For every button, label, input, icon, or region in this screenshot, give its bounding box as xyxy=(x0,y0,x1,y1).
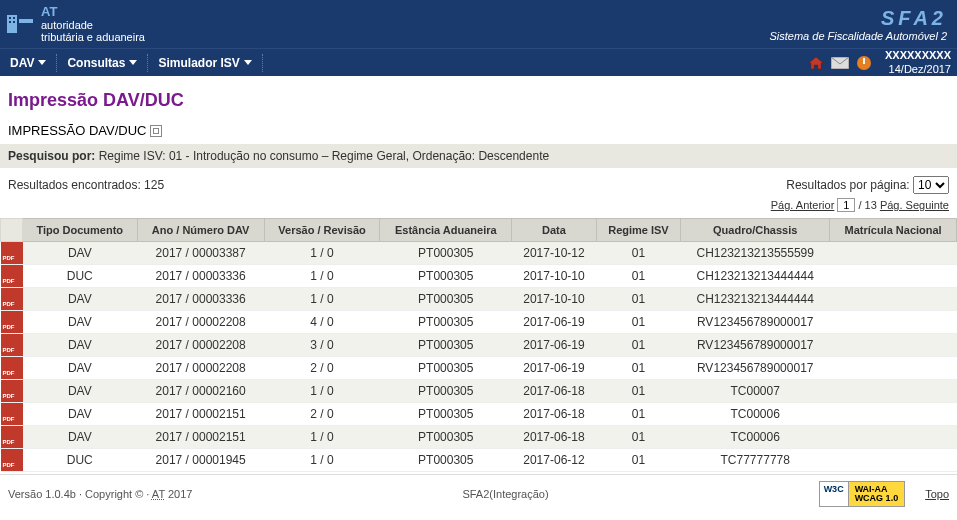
pagination: Pág. Anterior / 13 Pág. Seguinte xyxy=(0,196,957,218)
next-page-link[interactable]: Pág. Seguinte xyxy=(880,199,949,211)
results-table: Tipo Documento Ano / Número DAV Versão /… xyxy=(0,218,957,472)
menu-dav[interactable]: DAV xyxy=(0,49,56,76)
cell-ano: 2017 / 00001945 xyxy=(137,449,264,472)
pdf-icon[interactable]: PDF xyxy=(1,380,23,403)
col-matricula[interactable]: Matrícula Nacional xyxy=(830,219,957,242)
cell-tipo: DUC xyxy=(23,265,138,288)
svg-rect-1 xyxy=(9,17,11,19)
page-input[interactable] xyxy=(837,198,855,212)
user-info: XXXXXXXXX 14/Dez/2017 xyxy=(879,49,951,75)
pdf-icon[interactable]: PDF xyxy=(1,334,23,357)
cell-ano: 2017 / 00002208 xyxy=(137,334,264,357)
cell-regime: 01 xyxy=(596,334,681,357)
cell-chassis: CH123213213555599 xyxy=(681,242,830,265)
table-row: PDFDAV2017 / 000022083 / 0PT0003052017-0… xyxy=(1,334,957,357)
cell-matricula xyxy=(830,265,957,288)
table-row: PDFDAV2017 / 000022082 / 0PT0003052017-0… xyxy=(1,357,957,380)
col-data[interactable]: Data xyxy=(512,219,596,242)
results-per-page: Resultados por página: 10 xyxy=(786,176,949,194)
col-versao[interactable]: Versão / Revisão xyxy=(264,219,380,242)
svg-rect-0 xyxy=(7,15,17,33)
org-line2: tributária e aduaneira xyxy=(41,31,145,43)
cell-tipo: DAV xyxy=(23,403,138,426)
org-line1: autoridade xyxy=(41,19,145,31)
at-link[interactable]: AT xyxy=(152,488,165,500)
cell-ano: 2017 / 00003336 xyxy=(137,265,264,288)
cell-regime: 01 xyxy=(596,242,681,265)
cell-tipo: DAV xyxy=(23,288,138,311)
cell-chassis: TC00006 xyxy=(681,403,830,426)
col-regime[interactable]: Regime ISV xyxy=(596,219,681,242)
cell-matricula xyxy=(830,334,957,357)
window-icon[interactable] xyxy=(150,125,162,137)
cell-chassis: RV123456789000017 xyxy=(681,357,830,380)
cell-matricula xyxy=(830,403,957,426)
col-ano[interactable]: Ano / Número DAV xyxy=(137,219,264,242)
logout-icon[interactable] xyxy=(855,55,873,71)
cell-matricula xyxy=(830,426,957,449)
cell-regime: 01 xyxy=(596,288,681,311)
cell-data: 2017-06-18 xyxy=(512,380,596,403)
cell-tipo: DAV xyxy=(23,334,138,357)
menu-simulador[interactable]: Simulador ISV xyxy=(148,49,261,76)
page-total: / 13 xyxy=(858,199,879,211)
cell-matricula xyxy=(830,380,957,403)
cell-ano: 2017 / 00003387 xyxy=(137,242,264,265)
search-summary: Pesquisou por: Regime ISV: 01 - Introduç… xyxy=(0,144,957,168)
col-chassis[interactable]: Quadro/Chassis xyxy=(681,219,830,242)
cell-regime: 01 xyxy=(596,265,681,288)
svg-rect-4 xyxy=(13,21,15,23)
wai-aa-badge[interactable]: W3C WAI-AAWCAG 1.0 xyxy=(819,481,906,507)
pdf-icon[interactable]: PDF xyxy=(1,265,23,288)
pdf-icon[interactable]: PDF xyxy=(1,357,23,380)
pdf-icon[interactable]: PDF xyxy=(1,403,23,426)
cell-tipo: DAV xyxy=(23,380,138,403)
cell-tipo: DUC xyxy=(23,449,138,472)
cell-tipo: DAV xyxy=(23,426,138,449)
col-tipo[interactable]: Tipo Documento xyxy=(23,219,138,242)
table-row: PDFDAV2017 / 000021511 / 0PT0003052017-0… xyxy=(1,426,957,449)
table-row: PDFDAV2017 / 000022084 / 0PT0003052017-0… xyxy=(1,311,957,334)
menu-consultas[interactable]: Consultas xyxy=(57,49,147,76)
section-label: IMPRESSÃO DAV/DUC xyxy=(8,123,146,138)
org-code: AT xyxy=(41,5,145,19)
pdf-icon[interactable]: PDF xyxy=(1,242,23,265)
results-per-page-select[interactable]: 10 xyxy=(913,176,949,194)
cell-chassis: RV123456789000017 xyxy=(681,311,830,334)
cell-estancia: PT000305 xyxy=(380,403,512,426)
cell-chassis: TC00006 xyxy=(681,426,830,449)
cell-ano: 2017 / 00002208 xyxy=(137,311,264,334)
cell-versao: 1 / 0 xyxy=(264,426,380,449)
svg-rect-5 xyxy=(19,19,33,23)
topo-link[interactable]: Topo xyxy=(925,488,949,500)
mail-icon[interactable] xyxy=(831,55,849,71)
app-name: Sistema de Fiscalidade Automóvel 2 xyxy=(769,30,947,42)
table-header-row: Tipo Documento Ano / Número DAV Versão /… xyxy=(1,219,957,242)
pdf-icon[interactable]: PDF xyxy=(1,288,23,311)
cell-versao: 1 / 0 xyxy=(264,380,380,403)
search-label: Pesquisou por: xyxy=(8,149,95,163)
cell-regime: 01 xyxy=(596,449,681,472)
svg-marker-6 xyxy=(809,57,823,69)
current-date: 14/Dez/2017 xyxy=(885,63,951,76)
pdf-icon[interactable]: PDF xyxy=(1,426,23,449)
cell-versao: 2 / 0 xyxy=(264,403,380,426)
search-text: Regime ISV: 01 - Introdução no consumo –… xyxy=(95,149,549,163)
cell-estancia: PT000305 xyxy=(380,334,512,357)
table-row: PDFDAV2017 / 000033361 / 0PT0003052017-1… xyxy=(1,288,957,311)
pdf-icon[interactable]: PDF xyxy=(1,311,23,334)
cell-matricula xyxy=(830,288,957,311)
pdf-icon[interactable]: PDF xyxy=(1,449,23,472)
prev-page-link[interactable]: Pág. Anterior xyxy=(771,199,835,211)
footer-version: Versão 1.0.4b · Copyright © · AT 2017 xyxy=(8,488,192,500)
cell-ano: 2017 / 00002151 xyxy=(137,403,264,426)
table-row: PDFDAV2017 / 000021512 / 0PT0003052017-0… xyxy=(1,403,957,426)
cell-regime: 01 xyxy=(596,357,681,380)
cell-tipo: DAV xyxy=(23,357,138,380)
cell-estancia: PT000305 xyxy=(380,357,512,380)
wai-label: WAI-AAWCAG 1.0 xyxy=(849,482,905,506)
col-estancia[interactable]: Estância Aduaneira xyxy=(380,219,512,242)
home-icon[interactable] xyxy=(807,55,825,71)
cell-matricula xyxy=(830,311,957,334)
svg-rect-2 xyxy=(13,17,15,19)
